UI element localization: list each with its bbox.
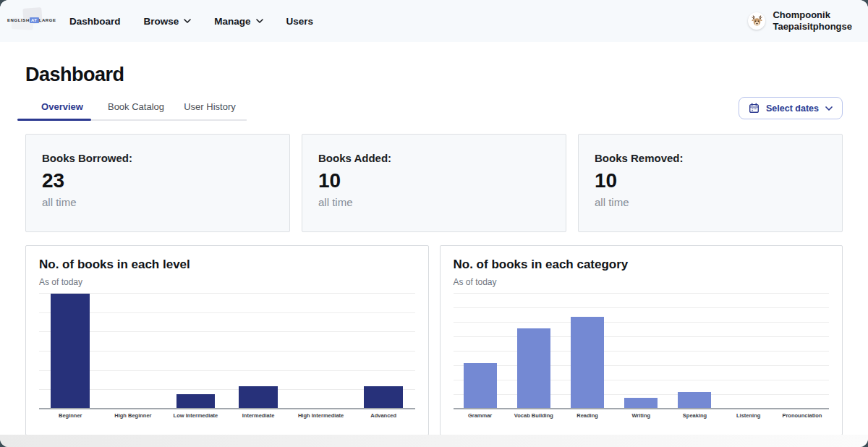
chart-title: No. of books in each level [39,257,415,272]
select-dates-label: Select dates [766,103,819,114]
bar [464,363,497,409]
x-axis-label: High Beginner [102,412,165,419]
footer-band [0,435,868,447]
bars-group [454,294,830,409]
bar-slot [561,294,614,409]
tab-user-history[interactable]: User History [173,95,247,119]
bar-slot [164,294,227,409]
x-axis-label: Grammar [454,412,507,419]
nav-item-dashboard[interactable]: Dashboard [69,16,121,27]
x-axis-label: Pronounciation [775,412,829,419]
stat-card-books-added: Books Added: 10 all time [302,134,566,232]
bar [678,392,711,409]
nav-item-users[interactable]: Users [286,16,314,27]
user-menu[interactable]: Chompoonik Taepaisitphongse [748,9,852,33]
main-content: Dashboard Overview Book Catalog User His… [0,64,868,435]
x-axis-line [454,408,830,409]
logo-text: ENGLISHATLARGE [7,17,56,23]
deer-icon [751,15,763,27]
bar-slot [102,294,165,409]
chart-books-per-category: No. of books in each category As of toda… [440,245,843,435]
app-window: ENGLISHATLARGE Dashboard Browse Manage U… [0,0,868,447]
stat-caption: all time [318,196,550,208]
chevron-down-icon [184,19,191,23]
x-axis-labels: BeginnerHigh BeginnerLow IntermediateInt… [39,412,415,419]
chart-books-per-level: No. of books in each level As of today B… [25,245,429,435]
x-axis-label: Vocab Building [507,412,561,419]
bar [176,394,216,409]
page-title: Dashboard [25,64,843,86]
stats-row: Books Borrowed: 23 all time Books Added:… [25,134,843,232]
nav-label: Browse [144,16,179,27]
bar-slot [668,294,721,409]
x-axis-label: Writing [614,412,668,419]
bar-slot [454,294,507,409]
nav-item-browse[interactable]: Browse [144,16,192,27]
x-axis-line [39,408,415,409]
tab-bar: Overview Book Catalog User History [25,95,247,121]
english-at-large-logo[interactable]: ENGLISHATLARGE [6,7,51,35]
bar [239,386,278,409]
stat-label: Books Added: [318,152,550,164]
stat-caption: all time [42,196,273,208]
stat-caption: all time [595,196,826,208]
bar [364,386,403,409]
bar-slot [227,294,290,409]
tab-book-catalog[interactable]: Book Catalog [99,95,173,119]
bar-chart-plot [39,294,415,409]
bar-slot [507,294,561,409]
tabs-row: Overview Book Catalog User History Selec… [25,95,843,121]
bar-chart-plot [454,294,830,409]
chevron-down-icon [256,19,263,23]
nav-label: Dashboard [69,16,121,27]
stat-label: Books Removed: [595,152,826,164]
main-nav: Dashboard Browse Manage Users [69,16,313,27]
bar-slot [614,294,668,409]
chart-subtitle: As of today [39,277,415,287]
select-dates-button[interactable]: Select dates [739,97,843,119]
charts-row: No. of books in each level As of today B… [25,245,843,435]
bar [517,328,550,409]
x-axis-label: Low Intermediate [164,412,227,419]
nav-item-manage[interactable]: Manage [214,16,263,27]
bar-slot [39,294,102,409]
bar-slot [722,294,775,409]
x-axis-label: High Intermediate [289,412,352,419]
stat-card-books-removed: Books Removed: 10 all time [578,134,843,232]
stat-card-books-borrowed: Books Borrowed: 23 all time [25,134,290,232]
stat-value: 10 [318,169,550,192]
user-name: Chompoonik Taepaisitphongse [773,9,852,33]
chart-title: No. of books in each category [454,257,830,272]
bars-group [39,294,415,409]
bar-slot [775,294,829,409]
stat-value: 23 [42,169,273,192]
tab-overview[interactable]: Overview [25,95,99,119]
x-axis-label: Intermediate [227,412,290,419]
chart-subtitle: As of today [454,277,830,287]
stat-value: 10 [595,169,826,192]
bar [571,317,604,409]
nav-label: Users [286,16,314,27]
user-last-name: Taepaisitphongse [773,21,852,33]
bar-slot [352,294,415,409]
stat-label: Books Borrowed: [42,152,273,164]
user-first-name: Chompoonik [773,9,852,21]
chevron-down-icon [825,106,833,111]
bar [51,294,90,409]
nav-label: Manage [214,16,250,27]
x-axis-label: Speaking [668,412,721,419]
x-axis-labels: GrammarVocab BuildingReadingWritingSpeak… [454,412,830,419]
calendar-icon [749,103,760,114]
bar-slot [289,294,352,409]
x-axis-label: Reading [561,412,614,419]
avatar[interactable] [748,12,765,30]
x-axis-label: Beginner [39,412,102,419]
x-axis-label: Listening [722,412,775,419]
top-nav-bar: ENGLISHATLARGE Dashboard Browse Manage U… [0,0,868,42]
x-axis-label: Advanced [352,412,415,419]
